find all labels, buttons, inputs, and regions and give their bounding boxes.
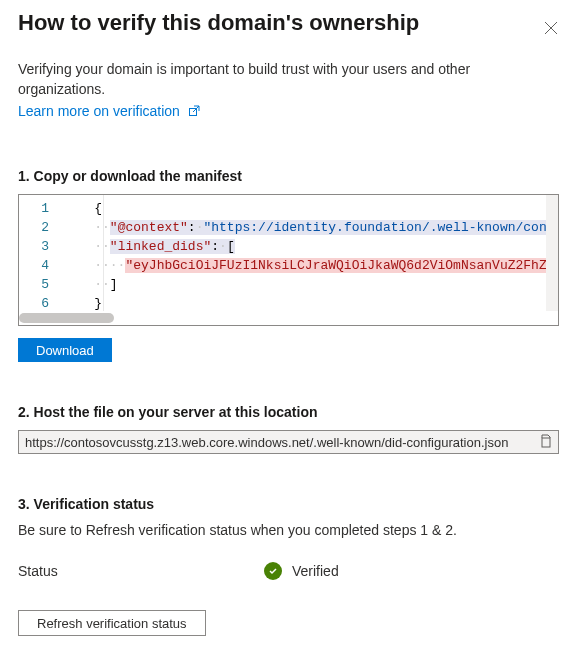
- code-brace: }: [94, 296, 102, 311]
- host-url-box: https://contosovcusstg.z13.web.core.wind…: [18, 430, 559, 454]
- code-brace: {: [94, 201, 102, 216]
- manifest-code-box[interactable]: 1 { 2 ··"@context":·"https://identity.fo…: [18, 194, 559, 326]
- code-key: "linked_dids": [110, 239, 211, 254]
- code-value: "https://identity.foundation/.well-known…: [203, 220, 559, 235]
- refresh-status-button[interactable]: Refresh verification status: [18, 610, 206, 636]
- learn-more-label: Learn more on verification: [18, 103, 180, 119]
- code-horizontal-scrollbar[interactable]: [19, 311, 558, 325]
- external-link-icon: [188, 104, 200, 120]
- code-value: "eyJhbGciOiJFUzI1NksiLCJraWQiOiJkaWQ6d2V…: [125, 258, 559, 273]
- close-icon[interactable]: [543, 20, 559, 36]
- page-title: How to verify this domain's ownership: [18, 10, 419, 36]
- copy-icon[interactable]: [538, 434, 552, 451]
- checkmark-icon: [264, 562, 282, 580]
- code-bracket: [: [227, 239, 235, 254]
- step3-heading: 3. Verification status: [18, 496, 559, 512]
- intro-text: Verifying your domain is important to bu…: [18, 60, 559, 99]
- step3-desc: Be sure to Refresh verification status w…: [18, 522, 559, 538]
- svg-rect-4: [542, 438, 550, 447]
- code-key: "@context": [110, 220, 188, 235]
- code-vertical-scrollbar[interactable]: [546, 195, 558, 311]
- download-button[interactable]: Download: [18, 338, 112, 362]
- step2-heading: 2. Host the file on your server at this …: [18, 404, 559, 420]
- learn-more-link[interactable]: Learn more on verification: [18, 103, 200, 119]
- status-value: Verified: [292, 563, 339, 579]
- status-label: Status: [18, 563, 264, 579]
- step1-heading: 1. Copy or download the manifest: [18, 168, 559, 184]
- code-bracket: ]: [110, 277, 118, 292]
- host-url-text: https://contosovcusstg.z13.web.core.wind…: [25, 435, 538, 450]
